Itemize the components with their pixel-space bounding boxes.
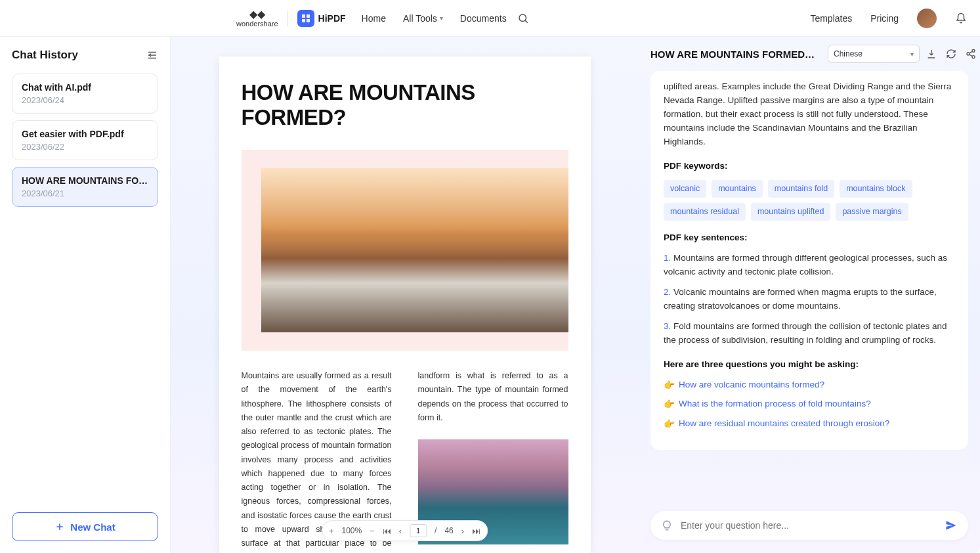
hipdf-label: HiPDF (318, 13, 346, 24)
search-icon[interactable] (517, 12, 529, 24)
page-sep: / (435, 526, 437, 535)
keywords-list: volcanic mountains mountains fold mounta… (664, 180, 955, 221)
svg-line-10 (969, 51, 973, 53)
keyword-chip[interactable]: passive margins (836, 203, 908, 221)
sidebar-title: Chat History (12, 49, 78, 62)
key-sentence: 1. Mountains are formed through differen… (664, 252, 955, 279)
ai-answer-card: uplifted areas. Examples include the Gre… (650, 71, 968, 450)
hero-image-container (242, 150, 568, 351)
nav-home[interactable]: Home (362, 13, 386, 24)
history-item-name: HOW ARE MOUNTAINS FORME… (22, 175, 148, 186)
user-avatar[interactable] (917, 9, 937, 28)
nav-documents[interactable]: Documents (460, 13, 507, 24)
keyword-chip[interactable]: mountains residual (664, 203, 746, 221)
panel-actions (926, 49, 976, 59)
new-chat-label: New Chat (70, 521, 115, 533)
share-icon[interactable] (966, 49, 976, 59)
header-right: Templates Pricing (810, 9, 967, 28)
chevron-down-icon: ▾ (910, 51, 914, 58)
page-input[interactable] (410, 524, 427, 537)
history-list: Chat with AI.pdf 2023/06/24 Get easier w… (12, 74, 158, 512)
svg-point-8 (967, 53, 969, 55)
prev-page-icon[interactable]: ‹ (399, 526, 402, 536)
app-header: ◆◆ wondershare HiPDF Home All Tools ▾ Do… (0, 0, 980, 37)
collapse-sidebar-icon[interactable] (146, 49, 158, 61)
panel-title: HOW ARE MOUNTAINS FORMED… (650, 49, 821, 60)
brand-block: ◆◆ wondershare HiPDF Home All Tools ▾ Do… (236, 9, 529, 28)
send-icon[interactable] (945, 519, 958, 532)
suggested-question[interactable]: 👉How are residual mountains created thro… (664, 417, 955, 431)
panel-header: HOW ARE MOUNTAINS FORMED… Chinese ▾ (639, 37, 980, 71)
wondershare-label: wondershare (236, 20, 278, 28)
suggested-question[interactable]: 👉How are volcanic mountains formed? (664, 378, 955, 393)
sidebar: Chat History Chat with AI.pdf 2023/06/24… (0, 37, 171, 553)
ai-panel: HOW ARE MOUNTAINS FORMED… Chinese ▾ upli… (639, 37, 980, 553)
key-sentences-label: PDF key sentences: (664, 231, 955, 245)
new-chat-button[interactable]: New Chat (12, 512, 158, 541)
page-controls: + 100% − ⏮ ‹ / 46 › ⏭ (322, 520, 488, 541)
nav-all-tools-label: All Tools (403, 13, 437, 24)
nav-templates[interactable]: Templates (810, 13, 852, 24)
mountain-image (261, 168, 568, 332)
history-item-date: 2023/06/24 (22, 95, 148, 105)
nav-all-tools[interactable]: All Tools ▾ (403, 13, 443, 24)
nav-pricing[interactable]: Pricing (870, 13, 899, 24)
keyword-chip[interactable]: mountains fold (768, 180, 834, 198)
key-sentence: 2. Volcanic mountains are formed when ma… (664, 286, 955, 313)
hipdf-icon (297, 10, 314, 27)
questions-label: Here are three questions you might be as… (664, 358, 955, 372)
summary-text: uplifted areas. Examples include the Gre… (664, 80, 955, 149)
svg-line-1 (525, 20, 527, 22)
pointer-icon: 👉 (664, 397, 675, 412)
svg-point-9 (972, 56, 975, 58)
zoom-level: 100% (341, 526, 362, 535)
lightbulb-icon[interactable] (661, 520, 673, 531)
main-nav: Home All Tools ▾ Documents (362, 13, 507, 24)
hipdf-logo[interactable]: HiPDF (297, 10, 346, 27)
pointer-icon: 👉 (664, 378, 675, 393)
keyword-chip[interactable]: mountains (712, 180, 763, 198)
plus-icon (54, 521, 65, 532)
history-item[interactable]: Get easier with PDF.pdf 2023/06/22 (12, 120, 158, 160)
divider (288, 11, 288, 26)
page-total: 46 (444, 526, 453, 535)
history-item-date: 2023/06/22 (22, 142, 148, 152)
first-page-icon[interactable]: ⏮ (383, 526, 391, 536)
language-value: Chinese (834, 49, 863, 58)
main-area: Chat History Chat with AI.pdf 2023/06/24… (0, 37, 980, 553)
history-item-name: Get easier with PDF.pdf (22, 129, 148, 139)
zoom-in-icon[interactable]: + (329, 526, 334, 536)
history-item-name: Chat with AI.pdf (22, 82, 148, 93)
history-item[interactable]: Chat with AI.pdf 2023/06/24 (12, 74, 158, 114)
history-item-date: 2023/06/21 (22, 188, 148, 198)
keywords-label: PDF keywords: (664, 160, 955, 173)
sidebar-header: Chat History (12, 49, 158, 62)
history-item-active[interactable]: HOW ARE MOUNTAINS FORME… 2023/06/21 (12, 167, 158, 207)
chevron-down-icon: ▾ (440, 14, 443, 22)
wondershare-logo[interactable]: ◆◆ wondershare (236, 9, 278, 28)
keyword-chip[interactable]: mountains uplifted (751, 203, 830, 221)
notification-icon[interactable] (955, 12, 967, 24)
last-page-icon[interactable]: ⏭ (472, 526, 480, 536)
chat-input[interactable] (681, 520, 937, 531)
document-page: HOW ARE MOUNTAINS FORMED? Mountains are … (219, 56, 591, 553)
wondershare-bolt-icon: ◆◆ (249, 9, 265, 20)
keyword-chip[interactable]: volcanic (664, 180, 706, 198)
chat-input-bar (650, 511, 968, 540)
pointer-icon: 👉 (664, 417, 675, 431)
download-icon[interactable] (926, 49, 937, 59)
suggested-question[interactable]: 👉What is the formation process of fold m… (664, 397, 955, 412)
document-col2-text: landform is what is referred to as a mou… (418, 371, 568, 422)
zoom-out-icon[interactable]: − (370, 526, 375, 536)
svg-point-7 (972, 49, 975, 52)
svg-point-0 (519, 14, 526, 22)
document-title: HOW ARE MOUNTAINS FORMED? (242, 80, 568, 130)
document-viewer: HOW ARE MOUNTAINS FORMED? Mountains are … (171, 37, 639, 553)
refresh-icon[interactable] (946, 49, 956, 59)
next-page-icon[interactable]: › (461, 526, 464, 536)
key-sentence: 3. Fold mountains are formed through the… (664, 320, 955, 347)
language-select[interactable]: Chinese ▾ (828, 45, 920, 63)
svg-line-11 (969, 55, 973, 56)
keyword-chip[interactable]: mountains block (840, 180, 912, 198)
